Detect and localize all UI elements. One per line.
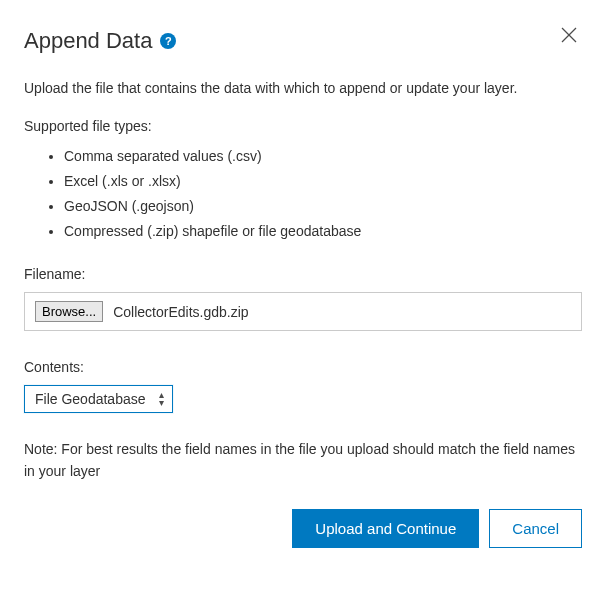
chevron-updown-icon bbox=[159, 390, 164, 408]
list-item: Compressed (.zip) shapefile or file geod… bbox=[64, 219, 582, 244]
filename-value: CollectorEdits.gdb.zip bbox=[113, 304, 248, 320]
contents-select[interactable]: File Geodatabase bbox=[24, 385, 173, 413]
contents-value: File Geodatabase bbox=[35, 391, 146, 407]
browse-button[interactable]: Browse... bbox=[35, 301, 103, 322]
supported-types-list: Comma separated values (.csv) Excel (.xl… bbox=[24, 144, 582, 245]
supported-types-label: Supported file types: bbox=[24, 118, 582, 134]
upload-continue-button[interactable]: Upload and Continue bbox=[292, 509, 479, 548]
dialog-actions: Upload and Continue Cancel bbox=[24, 509, 582, 548]
help-icon[interactable]: ? bbox=[160, 33, 176, 49]
cancel-button[interactable]: Cancel bbox=[489, 509, 582, 548]
list-item: Excel (.xls or .xlsx) bbox=[64, 169, 582, 194]
filename-field[interactable]: Browse... CollectorEdits.gdb.zip bbox=[24, 292, 582, 331]
list-item: GeoJSON (.geojson) bbox=[64, 194, 582, 219]
filename-label: Filename: bbox=[24, 266, 582, 282]
dialog-header: Append Data ? bbox=[24, 28, 582, 54]
note-text: Note: For best results the field names i… bbox=[24, 439, 582, 482]
close-icon[interactable] bbox=[560, 26, 578, 47]
page-title: Append Data bbox=[24, 28, 152, 54]
contents-label: Contents: bbox=[24, 359, 582, 375]
list-item: Comma separated values (.csv) bbox=[64, 144, 582, 169]
description-text: Upload the file that contains the data w… bbox=[24, 78, 582, 100]
